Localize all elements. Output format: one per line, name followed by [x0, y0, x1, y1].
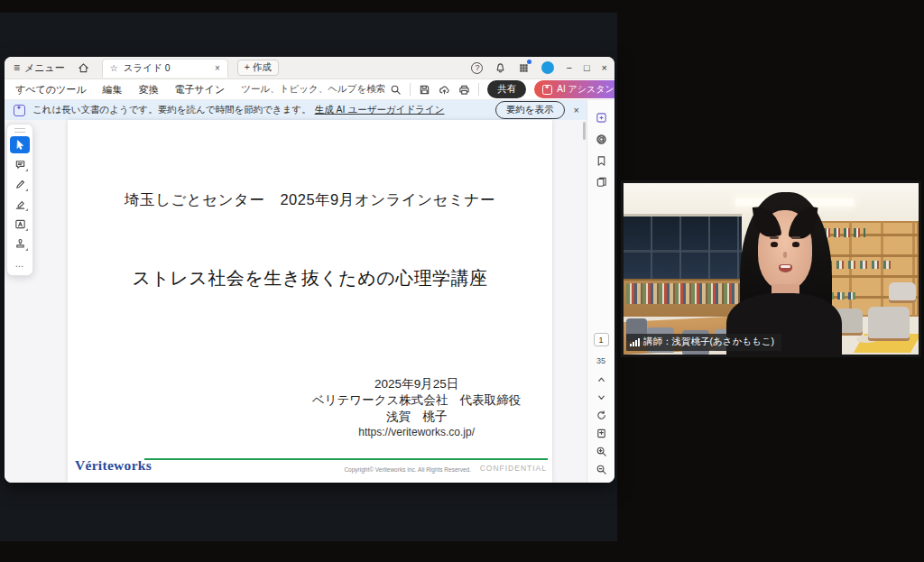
bookmark-icon — [596, 155, 607, 167]
pages-icon — [596, 177, 607, 189]
save-icon[interactable] — [419, 84, 430, 96]
next-page-chevron-icon[interactable] — [596, 392, 607, 403]
ai-assistant-label: AI アシスタントに質問 — [557, 83, 614, 96]
right-rail: 35 — [587, 100, 614, 483]
menu-all-tools[interactable]: すべてのツール — [15, 83, 87, 97]
notifications-bell-icon[interactable] — [494, 62, 506, 74]
help-icon[interactable]: ? — [471, 62, 483, 74]
scene-armchair — [868, 307, 910, 341]
hamburger-icon: ≡ — [14, 62, 20, 73]
ai-assistant-button[interactable]: AI アシスタントに質問 — [534, 80, 614, 98]
maximize-button[interactable]: □ — [584, 62, 590, 73]
toolbar-divider — [478, 83, 479, 96]
tab-close-icon[interactable]: × — [215, 63, 220, 73]
star-icon[interactable]: ☆ — [110, 64, 118, 73]
page-number-input[interactable] — [594, 333, 609, 346]
pdf-page[interactable]: 埼玉しごとセンター 2025年9月オンラインセミナー ストレス社会を生き抜くため… — [68, 120, 552, 483]
scene-left-books — [626, 283, 745, 304]
notification-message: これは長い文書のようです。要約を読んで時間を節約できます。 — [32, 104, 311, 116]
slide-presenter: 浅賀 桃子 — [281, 409, 552, 425]
apps-grid-button[interactable] — [518, 62, 530, 74]
app-menu-button[interactable]: ≡ メニュー — [14, 61, 65, 75]
window-body: これは長い文書のようです。要約を読んで時間を節約できます。 生成 AI ユーザー… — [5, 100, 614, 483]
show-summary-button[interactable]: 要約を表示 — [495, 101, 565, 119]
document-tab[interactable]: ☆ スライド 0 × — [102, 59, 228, 78]
document-viewer: 埼玉しごとセンター 2025年9月オンラインセミナー ストレス社会を生き抜くため… — [5, 120, 587, 483]
highlight-tool-button[interactable] — [10, 196, 30, 213]
search-input[interactable]: ツール、トピック、ヘルプを検索 — [241, 83, 402, 96]
comments-panel-button[interactable] — [596, 128, 607, 150]
upload-cloud-icon[interactable] — [439, 84, 450, 96]
presenter-mouth — [779, 264, 792, 273]
presenter-teeth — [781, 265, 790, 269]
toolbar-right-group: ツール、トピック、ヘルプを検索 共有 AI アシスタントに質問 — [241, 80, 614, 98]
page-navigation: 35 — [594, 333, 609, 475]
acrobat-window: ≡ メニュー ☆ スライド 0 × + 作成 ? − □ — [5, 57, 614, 483]
draw-tool-button[interactable] — [10, 176, 30, 193]
ai-panel-icon — [596, 112, 607, 124]
presenter-eye — [771, 242, 778, 246]
print-icon[interactable] — [458, 84, 470, 96]
previous-page-chevron-icon[interactable] — [596, 373, 607, 385]
presenter-nose — [783, 252, 787, 258]
notification-actions: 要約を表示 × — [495, 101, 579, 119]
stamp-tool-button[interactable] — [10, 235, 30, 253]
minimize-button[interactable]: − — [566, 62, 571, 73]
app-menu-label: メニュー — [24, 61, 65, 75]
slide-company: ベリテワークス株式会社 代表取締役 — [281, 392, 552, 409]
main-column: これは長い文書のようです。要約を読んで時間を節約できます。 生成 AI ユーザー… — [5, 100, 587, 483]
veriteworks-logo: Vériteworks — [75, 457, 152, 474]
ai-sparkle-icon — [14, 105, 25, 116]
close-window-button[interactable]: × — [602, 62, 607, 73]
presenter-eyebrow — [791, 236, 800, 239]
zoom-out-icon[interactable] — [596, 464, 607, 475]
presenter-webcam: 講師：浅賀桃子(あさかももこ) — [621, 180, 921, 357]
presenter-name-label: 講師：浅賀桃子(あさかももこ) — [643, 336, 774, 348]
select-tool-button[interactable] — [10, 136, 30, 153]
toolbar-row: すべてのツール 編集 変換 電子サイン ツール、トピック、ヘルプを検索 共有 A… — [5, 79, 614, 100]
bookmarks-panel-button[interactable] — [596, 150, 607, 171]
presenter-eye — [792, 242, 799, 246]
menu-esign[interactable]: 電子サイン — [175, 83, 226, 97]
vertical-scrollbar[interactable] — [583, 122, 586, 140]
ai-notification-bar: これは長い文書のようです。要約を読んで時間を節約できます。 生成 AI ユーザー… — [5, 100, 587, 120]
comment-icon — [14, 159, 26, 170]
slide-subtitle: ストレス社会を生き抜くための心理学講座 — [68, 266, 552, 290]
search-icon — [390, 84, 402, 96]
webcam-video: 講師：浅賀桃子(あさかももこ) — [624, 183, 919, 355]
footer-rule — [144, 458, 548, 460]
zoom-in-icon[interactable] — [596, 446, 607, 457]
presenter-face — [758, 210, 812, 289]
notification-dot — [527, 60, 531, 64]
text-box-tool-button[interactable] — [10, 216, 30, 233]
new-tab-button[interactable]: + 作成 — [237, 60, 279, 76]
menu-convert[interactable]: 変換 — [139, 83, 159, 97]
pencil-icon — [14, 179, 26, 190]
presenter-name-badge: 講師：浅賀桃子(あさかももこ) — [626, 334, 781, 351]
comment-tool-button[interactable] — [10, 156, 30, 173]
confidential-text: CONFIDENTIAL — [480, 464, 547, 473]
ai-assistant-panel-button[interactable] — [596, 106, 607, 128]
textbox-icon — [14, 218, 26, 230]
ai-guidelines-link[interactable]: 生成 AI ユーザーガイドライン — [315, 104, 445, 116]
toolbar-divider — [410, 83, 411, 96]
fit-page-icon[interactable] — [596, 428, 607, 439]
search-label: ツール、トピック、ヘルプを検索 — [241, 83, 385, 96]
cursor-icon — [14, 139, 26, 151]
share-button[interactable]: 共有 — [487, 80, 526, 98]
quick-tools-panel: … — [6, 124, 33, 276]
scene-armchair — [889, 282, 915, 303]
comments-icon — [596, 134, 607, 145]
menu-edit[interactable]: 編集 — [103, 83, 123, 97]
user-avatar[interactable] — [541, 61, 554, 74]
tools-drag-handle[interactable] — [14, 128, 25, 133]
scene-window-wall — [624, 214, 742, 290]
home-button[interactable] — [78, 62, 89, 74]
tab-title: スライド 0 — [124, 62, 171, 75]
slide-info-block: 2025年9月25日 ベリテワークス株式会社 代表取締役 浅賀 桃子 https… — [281, 376, 552, 440]
page-thumbnails-button[interactable] — [596, 171, 607, 193]
notification-close-icon[interactable]: × — [574, 105, 579, 115]
rotate-page-icon[interactable] — [596, 410, 607, 421]
more-tools-button[interactable]: … — [10, 255, 30, 272]
ai-assistant-icon — [542, 85, 552, 95]
